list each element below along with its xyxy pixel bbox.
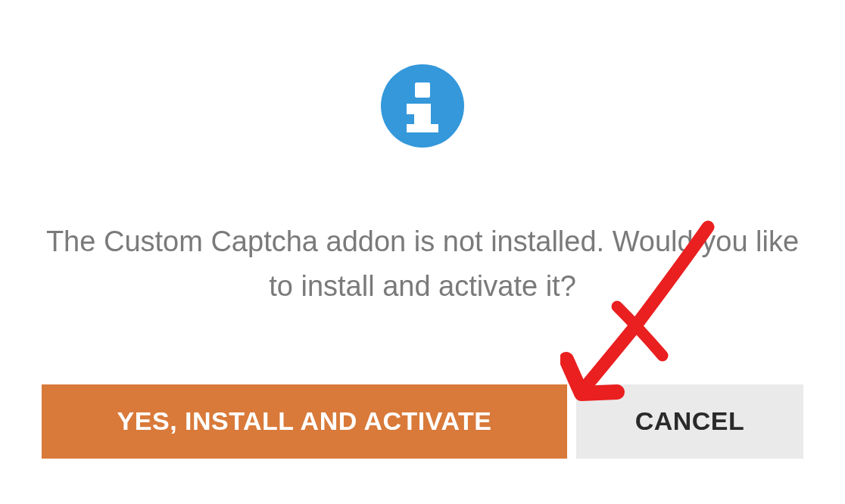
info-icon-container [381,64,464,148]
info-icon [381,64,464,148]
dialog-message: The Custom Captcha addon is not installe… [33,219,812,309]
install-activate-button[interactable]: YES, INSTALL AND ACTIVATE [42,384,567,459]
button-row: YES, INSTALL AND ACTIVATE CANCEL [0,384,845,459]
cancel-button[interactable]: CANCEL [576,384,803,459]
